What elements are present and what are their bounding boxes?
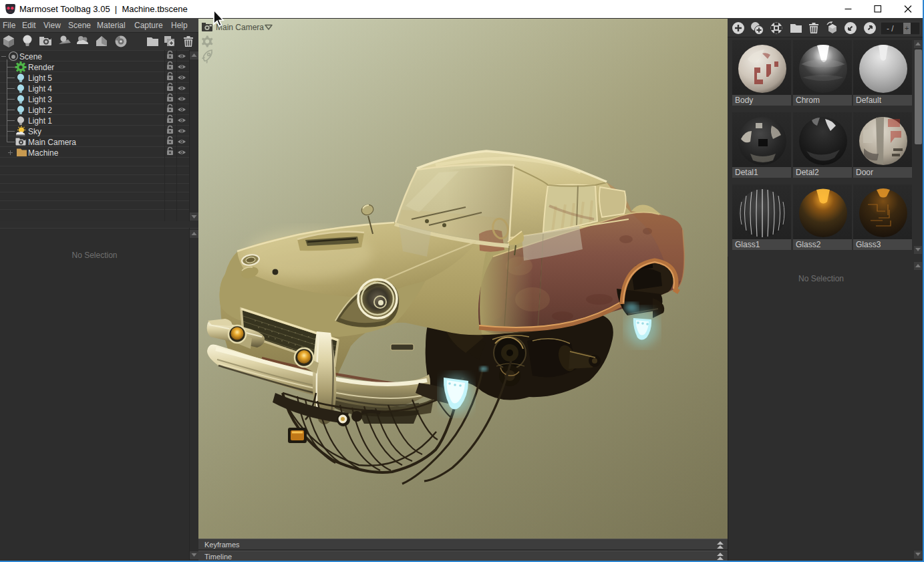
svg-text:Sky: Sky bbox=[28, 127, 41, 136]
svg-text:Glass1: Glass1 bbox=[735, 240, 760, 249]
svg-text:Light 2: Light 2 bbox=[28, 106, 52, 115]
svg-text:Body: Body bbox=[735, 96, 753, 105]
svg-text:Light 4: Light 4 bbox=[28, 84, 52, 94]
svg-text:Glass3: Glass3 bbox=[856, 240, 881, 249]
svg-text:Door: Door bbox=[856, 168, 873, 177]
svg-text:Chrom: Chrom bbox=[796, 96, 820, 105]
svg-text:Light 5: Light 5 bbox=[28, 74, 52, 83]
svg-text:Light 1: Light 1 bbox=[28, 116, 52, 126]
svg-text:Render: Render bbox=[28, 63, 54, 72]
svg-text:- /: - / bbox=[887, 24, 894, 33]
svg-text:Default: Default bbox=[856, 96, 882, 105]
svg-text:Light 3: Light 3 bbox=[28, 95, 52, 104]
svg-text:+: + bbox=[905, 24, 909, 32]
svg-text:Detal1: Detal1 bbox=[735, 168, 758, 177]
svg-text:Glass2: Glass2 bbox=[796, 240, 821, 249]
svg-text:Detal2: Detal2 bbox=[796, 168, 819, 177]
svg-text:Main Camera: Main Camera bbox=[28, 138, 76, 147]
svg-text:Scene: Scene bbox=[19, 52, 42, 61]
svg-text:Machine: Machine bbox=[28, 148, 59, 158]
